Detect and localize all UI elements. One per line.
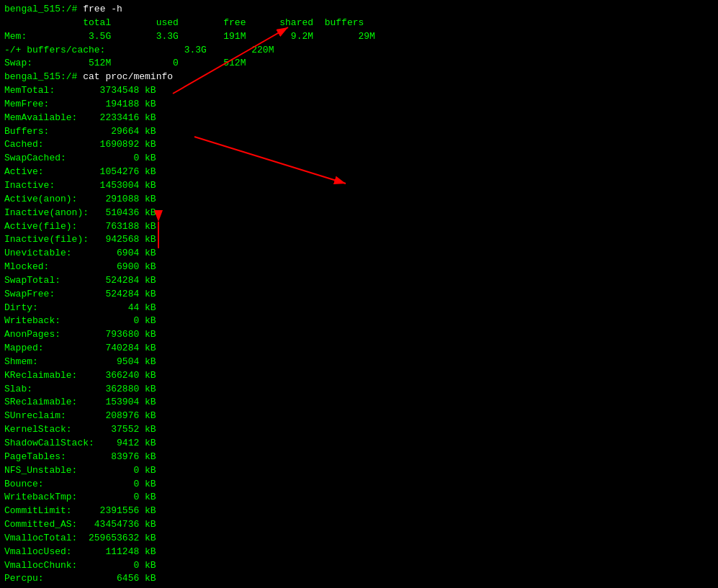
terminal-output: bengal_515:/# free -h total used free sh… <box>0 0 718 588</box>
